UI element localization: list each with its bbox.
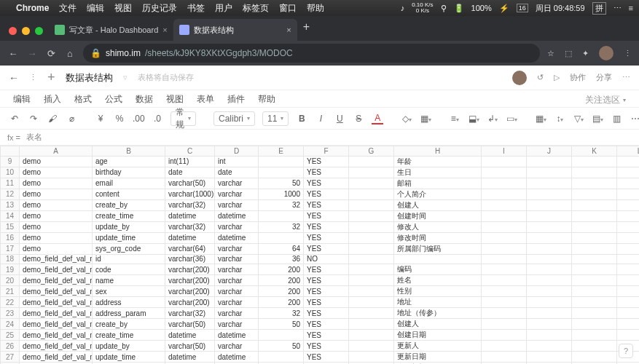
cell[interactable]: update_by <box>93 341 165 352</box>
cell[interactable]: demo <box>20 199 93 210</box>
cell[interactable]: email <box>93 178 165 189</box>
underline-icon[interactable]: U <box>334 114 345 124</box>
cell[interactable]: demo_field_def_val_main <box>20 297 93 308</box>
cell[interactable] <box>572 286 617 297</box>
cell[interactable]: 200 <box>259 297 304 308</box>
col-header-F[interactable]: F <box>304 146 349 157</box>
row-header[interactable]: 14 <box>1 210 20 221</box>
row-header[interactable]: 10 <box>1 167 20 178</box>
percent-icon[interactable]: % <box>114 114 125 124</box>
cell[interactable]: varchar <box>215 297 259 308</box>
cell[interactable]: 个人简介 <box>394 189 482 199</box>
cell[interactable] <box>572 275 617 286</box>
cell[interactable]: date <box>165 167 215 178</box>
cell[interactable] <box>572 352 617 363</box>
collab-avatar[interactable] <box>512 71 527 85</box>
menu-user[interactable]: 用户 <box>215 2 232 15</box>
cell[interactable] <box>572 319 617 330</box>
cell[interactable] <box>617 243 640 254</box>
row-header[interactable]: 13 <box>1 199 20 210</box>
cell[interactable]: varchar(1000) <box>165 189 215 199</box>
cell[interactable]: 地址（传参） <box>394 308 482 319</box>
input-method[interactable]: 拼 <box>592 2 606 15</box>
cell[interactable] <box>349 319 394 330</box>
font-size-select[interactable]: 11▾ <box>262 111 289 126</box>
cell[interactable]: YES <box>304 264 349 275</box>
cell[interactable] <box>349 199 394 210</box>
browser-tab[interactable]: 写文章 - Halo Dashboard × <box>49 19 173 41</box>
cell[interactable] <box>349 189 394 199</box>
table-row[interactable]: 13democreate_byvarchar(32)varchar32YES创建… <box>1 199 640 210</box>
cell[interactable]: birthday <box>93 167 165 178</box>
cell[interactable]: varchar(32) <box>165 221 215 232</box>
row-header[interactable]: 26 <box>1 341 20 352</box>
new-sheet-icon[interactable]: + <box>47 70 55 85</box>
cell[interactable] <box>349 341 394 352</box>
cell[interactable]: 修改时间 <box>394 232 482 243</box>
table-row[interactable]: 26demo_field_def_val_mainupdate_byvarcha… <box>1 341 640 352</box>
row-header[interactable]: 16 <box>1 232 20 243</box>
cell[interactable] <box>617 232 640 243</box>
menu-help[interactable]: 帮助 <box>258 93 275 107</box>
cell[interactable] <box>572 264 617 275</box>
cell[interactable] <box>617 210 640 221</box>
more-icon[interactable]: ⋯ <box>622 73 630 82</box>
undo-icon[interactable]: ↶ <box>9 114 20 124</box>
cell[interactable] <box>527 189 572 199</box>
cell[interactable]: 50 <box>259 341 304 352</box>
sort-icon[interactable]: ↕▾ <box>554 114 565 124</box>
cell[interactable]: datetime <box>215 330 259 341</box>
cell[interactable]: demo_field_def_val_main <box>20 330 93 341</box>
cell[interactable] <box>527 199 572 210</box>
cell[interactable]: 修改人 <box>394 221 482 232</box>
cell[interactable]: 32 <box>259 308 304 319</box>
row-header[interactable]: 27 <box>1 352 20 363</box>
table-row[interactable]: 11demoemailvarchar(50)varchar50YES邮箱 <box>1 178 640 189</box>
col-header-G[interactable]: G <box>349 146 394 157</box>
back-button[interactable]: ← <box>7 48 19 59</box>
cell[interactable] <box>259 232 304 243</box>
wifi-icon[interactable]: ⚲ <box>441 4 447 13</box>
cell[interactable]: create_by <box>93 199 165 210</box>
row-header[interactable]: 19 <box>1 264 20 275</box>
cell[interactable]: 36 <box>259 254 304 264</box>
cell[interactable] <box>572 156 617 167</box>
cell[interactable]: varchar(32) <box>165 199 215 210</box>
table-row[interactable]: 15demoupdate_byvarchar(32)varchar32YES修改… <box>1 221 640 232</box>
cell[interactable] <box>617 264 640 275</box>
name-box[interactable]: 表名 <box>26 132 70 143</box>
follow-selection[interactable]: 关注选区 ▾ <box>585 93 626 107</box>
table-row[interactable]: 25demo_field_def_val_maincreate_timedate… <box>1 330 640 341</box>
cell[interactable] <box>527 264 572 275</box>
cell[interactable] <box>349 156 394 167</box>
table-row[interactable]: 14democreate_timedatetimedatetimeYES创建时间 <box>1 210 640 221</box>
cell[interactable]: YES <box>304 178 349 189</box>
menu-history[interactable]: 历史记录 <box>142 2 177 15</box>
row-header[interactable]: 25 <box>1 330 20 341</box>
col-header-J[interactable]: J <box>527 146 572 157</box>
cell[interactable]: varchar(36) <box>165 254 215 264</box>
table-row[interactable]: 23demo_field_def_val_mainaddress_paramva… <box>1 308 640 319</box>
cell[interactable]: 年龄 <box>394 156 482 167</box>
cell[interactable]: 200 <box>259 275 304 286</box>
cell[interactable] <box>617 254 640 264</box>
cell[interactable]: YES <box>304 308 349 319</box>
freeze-icon[interactable]: ▤▾ <box>592 114 603 124</box>
cell[interactable]: demo_field_def_val_main <box>20 275 93 286</box>
cell[interactable] <box>482 275 527 286</box>
close-window-icon[interactable] <box>9 27 17 35</box>
row-header[interactable]: 15 <box>1 221 20 232</box>
cell[interactable] <box>482 286 527 297</box>
overflow-icon[interactable]: ⋯ <box>630 114 639 124</box>
dec-inc-icon[interactable]: .00 <box>133 114 144 124</box>
cell[interactable]: code <box>93 264 165 275</box>
cell[interactable]: 地址 <box>394 297 482 308</box>
cell[interactable]: update_time <box>93 232 165 243</box>
cell[interactable]: varchar(200) <box>165 264 215 275</box>
cell[interactable]: varchar <box>215 199 259 210</box>
borders-icon[interactable]: ▦▾ <box>420 114 431 124</box>
cell[interactable] <box>482 221 527 232</box>
fill-color-icon[interactable]: ◇▾ <box>401 114 412 124</box>
cell[interactable]: sex <box>93 286 165 297</box>
cell[interactable]: demo <box>20 167 93 178</box>
